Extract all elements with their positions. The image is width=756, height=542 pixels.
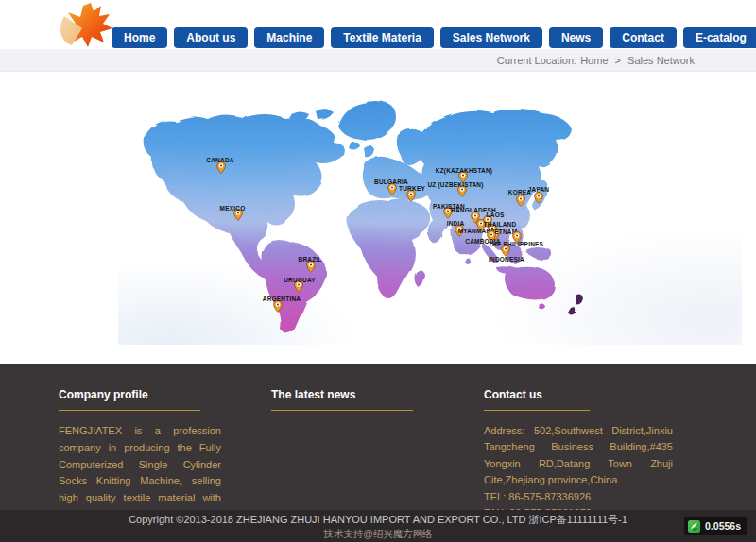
map-marker-label: THE PHILIPPINES	[489, 241, 543, 247]
map-marker-label: CANADA	[206, 157, 233, 163]
map-marker-label: ARGENTINA	[263, 296, 301, 302]
map-marker-label: URUGUAY	[284, 277, 316, 283]
company-logo-maple-leaf-icon	[53, 1, 115, 48]
contact-address: Address: 502,Southwest District,Jinxiu T…	[484, 423, 673, 489]
footer: Company profile FENGJIATEX is a professi…	[0, 364, 756, 510]
gold-divider	[484, 410, 590, 411]
map-marker-label: BULGARIA	[374, 178, 408, 185]
load-time-value: 0.0556s	[705, 520, 741, 532]
map-marker-label: BRAZIL	[298, 256, 321, 263]
nav-sales-network[interactable]: Sales Network	[440, 27, 542, 48]
map-markers-layer: CANADAMEXICOBRAZILURUGUAYARGENTINABULGAR…	[118, 90, 742, 345]
gold-divider	[271, 410, 413, 411]
map-marker-label: INDONESIA	[489, 256, 524, 263]
header: Home About us Machine Textile Materia Sa…	[0, 0, 756, 49]
map-pin-icon	[516, 194, 525, 206]
breadcrumb-separator: >	[615, 55, 621, 66]
breadcrumb: Current Location:Home > Sales Network	[495, 49, 696, 72]
nav-contact[interactable]: Contact	[610, 27, 677, 48]
footer-company-title: Company profile	[59, 388, 221, 401]
map-marker-label: MEXICO	[220, 205, 246, 212]
footer-contact-title: Contact us	[484, 388, 673, 401]
nav-news[interactable]: News	[549, 27, 603, 48]
footer-news-title: The latest news	[271, 388, 434, 401]
map-marker-label: INDIA	[447, 220, 465, 227]
footer-latest-news: The latest news	[271, 388, 434, 423]
nav-home[interactable]: Home	[112, 27, 167, 48]
world-map-image: CANADAMEXICOBRAZILURUGUAYARGENTINABULGAR…	[118, 90, 742, 345]
map-pin-icon	[501, 244, 510, 256]
nav-machine[interactable]: Machine	[254, 27, 324, 48]
load-time-badge: 0.0556s	[684, 517, 747, 535]
thinkphp-green-icon	[688, 520, 700, 533]
map-marker-label: LAOS	[487, 212, 505, 218]
page: Home About us Machine Textile Materia Sa…	[0, 0, 756, 542]
map-marker-label: KZ(KAZAKHSTAN)	[436, 167, 492, 174]
main-nav: Home About us Machine Textile Materia Sa…	[112, 27, 756, 48]
breadcrumb-current: Sales Network	[627, 55, 695, 66]
map-pin-icon	[534, 191, 543, 203]
gold-divider	[59, 410, 200, 411]
map-marker-label: UZ (UZBEKISTAN)	[427, 181, 483, 188]
copyright-text: Copyright ©2013-2018 ZHEJIANG ZHUJI HANY…	[0, 513, 756, 527]
copyright-bar: Copyright ©2013-2018 ZHEJIANG ZHUJI HANY…	[0, 510, 756, 542]
map-marker-label: THAILAND	[484, 221, 517, 228]
breadcrumb-home-link[interactable]: Home	[580, 55, 608, 66]
main-content: CANADAMEXICOBRAZILURUGUAYARGENTINABULGAR…	[0, 72, 756, 364]
breadcrumb-bar: Current Location:Home > Sales Network	[0, 49, 756, 72]
map-marker-label: TURKEY	[399, 185, 425, 192]
support-text: 技术支持@绍兴魔方网络	[0, 528, 756, 541]
nav-textile-material[interactable]: Textile Materia	[331, 27, 433, 48]
contact-tel: TEL: 86-575-87336926	[484, 489, 673, 505]
map-marker-label: JAPAN	[528, 186, 550, 193]
nav-about-us[interactable]: About us	[174, 27, 248, 48]
breadcrumb-prefix: Current Location:	[497, 55, 576, 66]
nav-e-catalog[interactable]: E-catalog	[683, 27, 756, 48]
